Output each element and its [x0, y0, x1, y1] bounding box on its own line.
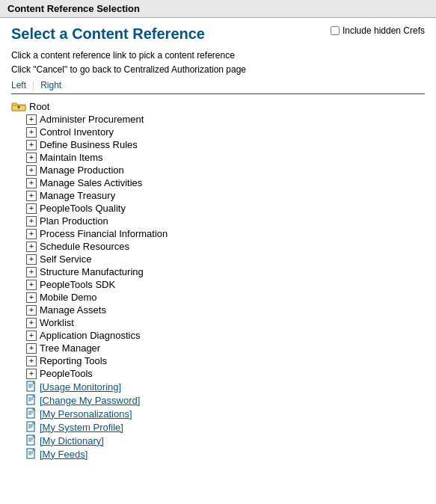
tree-item: +Control Inventory — [11, 126, 425, 138]
tree-item-label: Manage Assets — [40, 304, 106, 316]
tree-item-label: Maintain Items — [40, 152, 103, 163]
expand-box-18[interactable]: + — [26, 343, 37, 354]
tree-link-4[interactable]: [My Dictionary] — [40, 435, 104, 446]
tree-link-0[interactable]: [Usage Monitoring] — [40, 381, 121, 393]
expand-box-4[interactable]: + — [26, 165, 37, 176]
document-icon — [26, 381, 37, 393]
tree-item: +Tree Manager — [11, 342, 425, 354]
expand-box-7[interactable]: + — [26, 203, 37, 214]
expand-box-19[interactable]: + — [26, 356, 37, 366]
tree-item: +Schedule Resources — [11, 241, 425, 252]
tree-item-label: PeopleTools Quality — [40, 203, 126, 214]
tree-item: +Manage Production — [11, 165, 425, 176]
include-hidden-container: Include hidden Crefs — [331, 25, 425, 36]
right-link[interactable]: Right — [40, 80, 61, 90]
tree-item-label: Mobile Demo — [40, 292, 97, 303]
tree-leaf-item: [My Feeds] — [11, 448, 425, 460]
tree-item: +PeopleTools — [11, 368, 425, 379]
tree-item-label: Tree Manager — [40, 342, 100, 354]
tree-item: +Self Service — [11, 253, 425, 265]
expand-box-11[interactable]: + — [26, 254, 37, 265]
expand-box-8[interactable]: + — [26, 216, 37, 227]
include-hidden-label: Include hidden Crefs — [343, 25, 425, 36]
instruction-2: Click "Cancel" to go back to Centralized… — [11, 63, 246, 77]
tree-item: +Manage Treasury — [11, 190, 425, 201]
tree-item-label: Reporting Tools — [40, 355, 107, 366]
tree-item: +Mobile Demo — [11, 292, 425, 303]
tree-leaf-item: [My Dictionary] — [11, 434, 425, 446]
expand-box-0[interactable]: + — [26, 114, 37, 125]
tree-container: ▼ Root +Administer Procurement+Control I… — [11, 97, 425, 464]
tree-item-label: Structure Manufacturing — [40, 266, 144, 277]
tree-item-label: Worklist — [40, 317, 74, 328]
tree-item: +PeopleTools SDK — [11, 279, 425, 290]
tree-item: +Application Diagnostics — [11, 330, 425, 341]
document-icon — [26, 434, 37, 446]
root-label: Root — [29, 101, 49, 112]
expand-box-20[interactable]: + — [26, 369, 37, 379]
expand-box-1[interactable]: + — [26, 127, 37, 138]
expand-box-13[interactable]: + — [26, 280, 37, 290]
expand-box-14[interactable]: + — [26, 292, 37, 303]
tree-item-label: PeopleTools SDK — [40, 279, 115, 290]
expand-box-10[interactable]: + — [26, 242, 37, 252]
document-icon — [26, 421, 37, 433]
tree-link-3[interactable]: [My System Profile] — [40, 422, 123, 433]
title-bar: Content Reference Selection — [0, 0, 436, 18]
document-icon — [26, 408, 37, 420]
tree-item: +Plan Production — [11, 215, 425, 227]
tree-item-label: Manage Production — [40, 165, 124, 176]
title-bar-text: Content Reference Selection — [7, 3, 140, 14]
expand-box-17[interactable]: + — [26, 331, 37, 341]
expand-box-16[interactable]: + — [26, 318, 37, 328]
left-right-bar: Left | Right — [11, 80, 425, 94]
tree-item-label: Plan Production — [40, 215, 108, 227]
tree-item: +Worklist — [11, 317, 425, 328]
tree-item-label: Define Business Rules — [40, 139, 138, 150]
document-icon — [26, 448, 37, 460]
tree-item-label: Manage Sales Activities — [40, 177, 142, 188]
document-icon — [26, 394, 37, 406]
tree-leaf-item: [My System Profile] — [11, 421, 425, 433]
tree-item-label: PeopleTools — [40, 368, 93, 379]
tree-item-label: Administer Procurement — [40, 114, 144, 125]
tree-leaf-item: [Usage Monitoring] — [11, 381, 425, 393]
tree-items: +Administer Procurement+Control Inventor… — [11, 114, 425, 379]
tree-item-label: Manage Treasury — [40, 190, 115, 201]
tree-item-label: Schedule Resources — [40, 241, 129, 252]
tree-root-row: ▼ Root — [11, 100, 425, 112]
tree-item: +Administer Procurement — [11, 114, 425, 125]
svg-text:▼: ▼ — [16, 105, 22, 110]
expand-box-6[interactable]: + — [26, 191, 37, 201]
tree-item-label: Application Diagnostics — [40, 330, 140, 341]
tree-item-label: Control Inventory — [40, 126, 114, 138]
tree-item: +Manage Assets — [11, 304, 425, 316]
tree-item: +PeopleTools Quality — [11, 203, 425, 214]
include-hidden-checkbox[interactable] — [331, 26, 340, 35]
tree-link-5[interactable]: [My Feeds] — [40, 449, 87, 460]
expand-box-9[interactable]: + — [26, 229, 37, 239]
tree-leaf-item: [Change My Password] — [11, 394, 425, 406]
tree-item: +Maintain Items — [11, 152, 425, 163]
expand-box-12[interactable]: + — [26, 267, 37, 277]
expand-box-3[interactable]: + — [26, 153, 37, 163]
root-folder-icon: ▼ — [11, 100, 26, 112]
tree-link-2[interactable]: [My Personalizations] — [40, 408, 132, 420]
left-link[interactable]: Left — [11, 80, 26, 90]
instruction-1: Click a content reference link to pick a… — [11, 49, 246, 63]
tree-item: +Reporting Tools — [11, 355, 425, 366]
page-heading: Select a Content Reference — [11, 25, 246, 43]
tree-item-label: Self Service — [40, 253, 91, 265]
expand-box-15[interactable]: + — [26, 305, 37, 316]
tree-item-label: Process Financial Information — [40, 228, 168, 239]
tree-item: +Process Financial Information — [11, 228, 425, 239]
expand-box-2[interactable]: + — [26, 140, 37, 150]
tree-item: +Define Business Rules — [11, 139, 425, 150]
tree-links: [Usage Monitoring] [Change My Password] … — [11, 381, 425, 460]
tree-link-1[interactable]: [Change My Password] — [40, 395, 140, 406]
expand-box-5[interactable]: + — [26, 178, 37, 188]
tree-leaf-item: [My Personalizations] — [11, 408, 425, 420]
tree-item: +Manage Sales Activities — [11, 177, 425, 188]
tree-item: +Structure Manufacturing — [11, 266, 425, 277]
separator: | — [32, 80, 34, 90]
